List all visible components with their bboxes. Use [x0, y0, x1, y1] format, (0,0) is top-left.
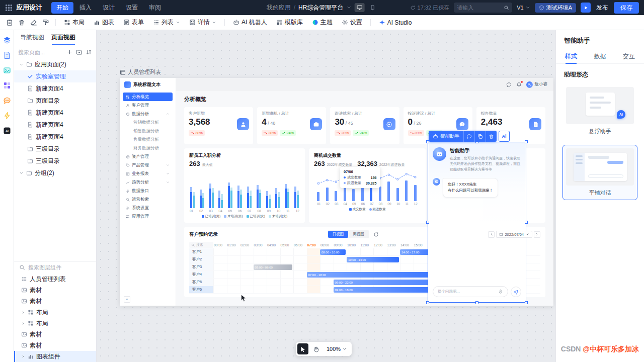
selection-handle[interactable]	[426, 221, 429, 224]
toolbar-button[interactable]: 设置	[338, 17, 366, 29]
view-toggle-option[interactable]: 日视图	[328, 231, 349, 238]
page-search-input[interactable]	[18, 49, 63, 55]
ai-icon[interactable]: Ai	[3, 127, 11, 135]
page-tree-item[interactable]: 新建页面4	[14, 119, 96, 131]
page-tree-item[interactable]: 三级目录	[14, 143, 96, 155]
user-menu[interactable]: 敖小睿	[526, 81, 548, 88]
eraser-button[interactable]	[28, 17, 39, 28]
ai-button[interactable]: Ai	[499, 131, 510, 142]
toolbar-button[interactable]: 主题	[308, 17, 337, 29]
props-tab[interactable]: 交互	[623, 50, 635, 63]
messages-icon[interactable]	[506, 82, 512, 87]
pages-icon[interactable]	[3, 51, 11, 59]
sort-icon[interactable]	[86, 49, 92, 55]
top-menu-item[interactable]: 设置	[121, 2, 143, 14]
duplicate-button[interactable]	[474, 131, 486, 142]
top-menu-item[interactable]: 设计	[98, 2, 120, 14]
page-tree-item[interactable]: 实验室管理	[14, 70, 96, 82]
toolbar-button[interactable]: 表单	[119, 17, 148, 29]
canvas[interactable]: 人员管理列表 系统标题文本 分析概览客户管理数据分析营销数据分析销售数据分析售后…	[97, 30, 555, 362]
collapse-sidebar-button[interactable]: «	[124, 296, 130, 303]
chevron-down-icon[interactable]	[346, 5, 351, 10]
app-nav-item[interactable]: 客户管理	[123, 101, 173, 110]
toolbar-button[interactable]: 列表	[149, 17, 184, 29]
mic-icon[interactable]	[498, 289, 503, 294]
notifications-button[interactable]	[516, 82, 522, 87]
gantt-row-name[interactable]: 客户5	[189, 279, 213, 286]
prev-day-button[interactable]	[488, 231, 495, 238]
frame-label[interactable]: 人员管理列表	[120, 68, 161, 76]
sidebar-tab[interactable]: 页面视图	[51, 30, 75, 45]
search-icon[interactable]	[504, 5, 509, 11]
mobile-preview-button[interactable]	[367, 3, 377, 12]
zoom-control[interactable]: 100%	[324, 346, 350, 352]
top-menu-item[interactable]: 开始	[51, 2, 73, 14]
top-menu-item[interactable]: 审阅	[144, 2, 166, 14]
send-button[interactable]	[511, 287, 521, 297]
layer-item[interactable]: 布局	[14, 318, 96, 329]
toolbar-button[interactable]: 模版库	[272, 17, 307, 29]
layer-item[interactable]: 人员管理列表	[14, 274, 96, 285]
app-nav-item[interactable]: 数据分析	[123, 110, 173, 118]
add-folder-icon[interactable]	[76, 49, 83, 55]
save-button[interactable]: 保存	[614, 2, 639, 14]
page-search[interactable]	[14, 45, 96, 57]
page-tree-item[interactable]: 新建页面4	[14, 131, 96, 143]
date-picker[interactable]: 2022/07/04	[496, 231, 532, 238]
props-tab[interactable]: 数据	[594, 50, 606, 63]
assistant-toolbar-label[interactable]: 智能助手	[429, 131, 463, 142]
page-tree-item[interactable]: 页面目录	[14, 95, 96, 107]
selection-handle[interactable]	[525, 221, 528, 224]
layer-search-input[interactable]	[28, 264, 91, 270]
breadcrumb-parent[interactable]: 我的应用	[267, 4, 291, 12]
select-tool-button[interactable]	[297, 343, 308, 354]
props-tab[interactable]: 样式	[565, 50, 577, 63]
app-nav-item[interactable]: 应用管理	[123, 212, 173, 221]
app-nav-item[interactable]: 数据接口	[123, 187, 173, 195]
selection-handle[interactable]	[525, 140, 528, 143]
page-tree-item[interactable]: 新建页面4	[14, 82, 96, 95]
run-preview-button[interactable]	[581, 3, 591, 13]
layers-icon[interactable]	[3, 36, 11, 44]
page-tree-item[interactable]: 新建页面4	[14, 107, 96, 119]
app-nav-item[interactable]: 趋势分析	[123, 178, 173, 187]
layer-item[interactable]: 图表组件	[14, 351, 96, 362]
stat-card[interactable]: 新增商机 / 总计4 / 4828%24%	[257, 107, 326, 144]
add-page-icon[interactable]	[66, 49, 73, 55]
selection-handle[interactable]	[525, 301, 528, 304]
desktop-preview-button[interactable]	[354, 3, 364, 12]
selected-assistant-widget[interactable]: 智能助手 在这里，您可以和小助手沟通问题，快速获取无代码开发的操作指导文档、视频…	[428, 142, 526, 303]
gantt-bar[interactable]: 10:00 - 14:00	[347, 257, 399, 262]
page-tree-item[interactable]: 三级目录	[14, 155, 96, 167]
app-nav-item[interactable]: 分析概览	[123, 93, 173, 101]
components-icon[interactable]	[3, 81, 11, 89]
app-nav-item[interactable]: 财务数据分析	[123, 144, 173, 152]
next-day-button[interactable]	[534, 231, 540, 238]
delete-button[interactable]	[16, 17, 27, 28]
env-badge[interactable]: 测试环境A	[535, 3, 576, 13]
app-nav-item[interactable]: 销售数据分析	[123, 127, 173, 135]
gantt-row-name[interactable]: 客户3	[189, 263, 213, 270]
publish-button[interactable]: 发布	[595, 4, 609, 12]
messages-icon[interactable]	[3, 97, 11, 105]
page-tree-item[interactable]: 应用页面(2)	[14, 58, 96, 70]
format-painter-button[interactable]	[40, 17, 51, 28]
pan-tool-button[interactable]	[310, 343, 321, 354]
app-nav-item[interactable]: 资产管理	[123, 152, 173, 161]
page-tree-item[interactable]: 分组(2)	[14, 167, 96, 179]
stat-card[interactable]: 跟进线索 / 总计30 / 4528%24%	[330, 107, 399, 144]
gantt-search[interactable]: 搜索	[189, 242, 213, 248]
sidebar-tab[interactable]: 导航视图	[20, 30, 44, 45]
app-nav-item[interactable]: 业务报表	[123, 169, 173, 178]
layer-item[interactable]: 素材	[14, 340, 96, 351]
toolbar-button[interactable]: AI Studio	[375, 17, 416, 29]
toolbar-button[interactable]: AI 机器人	[229, 17, 271, 29]
breadcrumb-current[interactable]: HR综合管理平台	[298, 4, 343, 12]
version-select[interactable]: V1	[517, 5, 530, 11]
plugins-icon[interactable]	[3, 112, 11, 120]
gantt-bar[interactable]: 03:00 - 06:00	[254, 264, 293, 270]
gantt-row-name[interactable]: 客户1	[189, 248, 213, 255]
layer-item[interactable]: 素材	[14, 329, 96, 340]
layer-search[interactable]	[14, 261, 96, 274]
app-nav-item[interactable]: 营销数据分析	[123, 118, 173, 127]
